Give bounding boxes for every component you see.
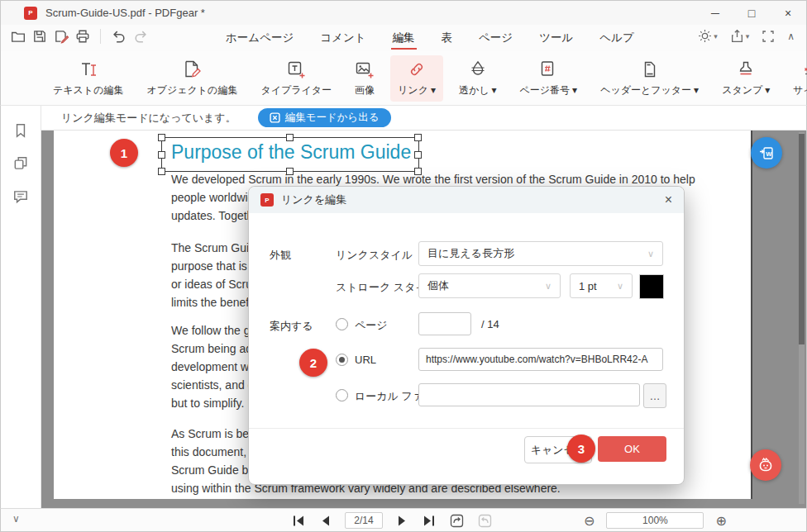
zoom-out-button[interactable]: ⊖: [584, 513, 595, 529]
zoom-controls: ⊖ ⊕: [584, 511, 727, 530]
assistant-robot-button[interactable]: [750, 449, 781, 481]
close-button[interactable]: ×: [770, 1, 806, 25]
page-total-label: / 14: [481, 318, 499, 330]
zoom-level-input[interactable]: [606, 512, 704, 529]
page-indicator-input[interactable]: [345, 512, 383, 529]
object-edit-icon: [182, 59, 202, 79]
undo-icon[interactable]: [111, 28, 127, 44]
next-view-button[interactable]: [478, 514, 492, 528]
title-bar: P Scrum-Guide-US.pdf - PDFgear * ─ □ ×: [0, 0, 807, 25]
dialog-close-icon[interactable]: ×: [665, 192, 672, 207]
save-as-icon[interactable]: [54, 29, 69, 44]
tab-page[interactable]: ページ: [477, 26, 514, 50]
minimize-button[interactable]: ─: [697, 1, 733, 25]
stroke-style-select[interactable]: 個体 ∨: [418, 273, 561, 298]
tab-edit[interactable]: 編集: [391, 26, 417, 50]
previous-page-button[interactable]: [320, 515, 331, 527]
dialog-header[interactable]: P リンクを編集 ×: [249, 187, 684, 213]
url-radio-label: URL: [355, 354, 376, 366]
tab-help[interactable]: ヘルプ: [598, 26, 635, 50]
sign-button[interactable]: サイン▾: [786, 55, 807, 102]
selection-handle[interactable]: [158, 134, 165, 141]
scrollbar-thumb[interactable]: [799, 134, 805, 344]
page-number-button[interactable]: ページ番号▾: [513, 55, 585, 102]
watermark-button[interactable]: 透かし▾: [451, 55, 504, 102]
doc-text-line: We developed Scrum in the early 1990s. W…: [171, 173, 695, 186]
dropdown-arrow-icon: ▾: [492, 84, 497, 96]
dropdown-arrow-icon: ▾: [714, 32, 718, 40]
step-badge-1: 1: [110, 139, 138, 167]
header-footer-button[interactable]: ヘッダーとフッター▾: [593, 55, 706, 102]
sign-icon: [802, 59, 807, 79]
bookmark-icon[interactable]: [12, 122, 29, 139]
ok-button[interactable]: OK: [598, 436, 666, 462]
app-logo-icon: P: [24, 7, 37, 20]
toolbar-separator: [100, 29, 101, 44]
open-file-icon[interactable]: [11, 29, 26, 44]
watermark-icon: [468, 59, 488, 79]
tab-home[interactable]: ホームページ: [224, 26, 295, 50]
selection-handle[interactable]: [286, 134, 294, 141]
status-bar: ∨ ⊖ ⊕: [0, 508, 807, 532]
previous-view-button[interactable]: [450, 514, 464, 528]
collapse-panel-icon[interactable]: ∨: [12, 513, 20, 525]
edit-link-dialog: P リンクを編集 × 外観 リンクスタイル 目に見える長方形 ∨ ストローク ス…: [248, 186, 685, 485]
doc-text-line: people worldwide: [171, 191, 260, 204]
image-button[interactable]: 画像: [347, 55, 382, 102]
edit-object-button[interactable]: オブジェクトの編集: [139, 55, 245, 102]
convert-to-word-button[interactable]: W: [751, 137, 782, 169]
link-style-select[interactable]: 目に見える長方形 ∨: [418, 241, 663, 266]
stamp-button[interactable]: スタンプ▾: [714, 55, 777, 102]
dropdown-arrow-icon: ▾: [765, 84, 770, 96]
typewriter-button[interactable]: タイプライター: [253, 55, 339, 102]
doc-text-line: limits the benefits: [171, 296, 260, 309]
page-thumbnails-icon[interactable]: [12, 155, 29, 172]
url-input[interactable]: [418, 348, 663, 371]
header-footer-icon: [640, 59, 660, 79]
local-file-radio[interactable]: [336, 389, 348, 401]
dropdown-arrow-icon: ▾: [572, 84, 577, 96]
zoom-in-button[interactable]: ⊕: [715, 513, 726, 529]
local-file-input[interactable]: [418, 383, 640, 406]
image-icon: [355, 59, 375, 79]
page-number-input[interactable]: [418, 312, 471, 335]
link-mode-banner: リンク編集モードになっています。 編集モードから出る: [41, 106, 807, 131]
page-radio[interactable]: [336, 318, 348, 330]
theme-button[interactable]: ▾: [698, 29, 718, 43]
last-page-button[interactable]: [422, 515, 436, 527]
step-badge-3: 3: [567, 435, 595, 463]
selection-handle[interactable]: [158, 168, 165, 175]
selection-handle[interactable]: [414, 151, 422, 159]
stroke-width-select[interactable]: 1 pt ∨: [570, 273, 633, 298]
chevron-down-icon: ∨: [617, 281, 623, 292]
edit-text-button[interactable]: テキストの編集: [45, 55, 131, 102]
maximize-button[interactable]: □: [733, 1, 770, 25]
tab-tools[interactable]: ツール: [537, 26, 575, 50]
exit-edit-mode-button[interactable]: 編集モードから出る: [258, 108, 391, 127]
browse-file-button[interactable]: …: [643, 383, 666, 408]
share-button[interactable]: ▾: [730, 29, 750, 43]
chevron-down-icon: ∨: [545, 281, 552, 292]
document-heading[interactable]: Purpose of the Scrum Guide: [171, 141, 411, 164]
redo-icon[interactable]: [133, 28, 149, 44]
checkbox-x-icon: [270, 112, 280, 123]
fullscreen-button[interactable]: [762, 30, 775, 43]
selection-handle[interactable]: [158, 151, 165, 159]
typewriter-icon: [286, 59, 306, 79]
comments-panel-icon[interactable]: [12, 188, 29, 205]
save-icon[interactable]: [32, 29, 47, 44]
next-page-button[interactable]: [397, 515, 408, 527]
tab-table[interactable]: 表: [440, 26, 455, 50]
url-radio[interactable]: [336, 354, 348, 366]
link-button[interactable]: リンク▾: [390, 55, 443, 102]
stroke-color-swatch[interactable]: [639, 274, 664, 299]
window-title: Scrum-Guide-US.pdf - PDFgear *: [45, 7, 205, 19]
step-badge-2: 2: [299, 349, 327, 377]
collapse-ribbon-button[interactable]: ∧: [787, 31, 795, 42]
first-page-button[interactable]: [292, 515, 306, 527]
selection-handle[interactable]: [414, 134, 422, 141]
text-edit-icon: [79, 59, 98, 79]
tab-comment[interactable]: コメント: [318, 26, 367, 50]
print-icon[interactable]: [75, 29, 90, 44]
link-icon: [407, 59, 427, 79]
